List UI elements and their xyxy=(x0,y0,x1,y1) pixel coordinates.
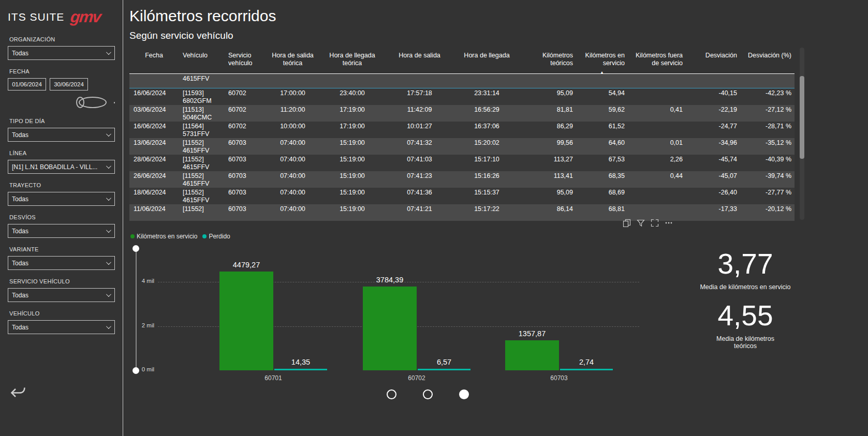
scrollbar-thumb[interactable] xyxy=(800,76,804,159)
column-header-desviacion_pct[interactable]: Desviación (%) xyxy=(740,52,795,74)
bar-value-label: 1357,87 xyxy=(495,329,569,338)
cell-vehiculo: [11564] 5731FFV xyxy=(179,122,224,138)
filter-label: ORGANIZACIÓN xyxy=(9,36,115,42)
chevron-down-icon xyxy=(106,196,111,201)
column-header-km_en_servicio[interactable]: Kilómetros en servicio▲ xyxy=(576,52,628,74)
app-logo: ITS SUITE gmv xyxy=(8,6,115,28)
cell-hora_llegada: 15:17:22 xyxy=(454,204,519,221)
kpi-cards: 3,77 Media de kilómetros en servicio 4,5… xyxy=(688,249,802,350)
bar-kilometros-en-servicio[interactable] xyxy=(219,272,273,370)
cell-hora_salida: 07:41:32 xyxy=(385,138,454,155)
cell-hora_salida_teorica xyxy=(266,74,320,88)
organizacion-select[interactable]: Todas xyxy=(8,46,115,60)
column-header-hora_salida[interactable]: Hora de salida xyxy=(385,52,454,74)
copy-icon[interactable] xyxy=(623,219,631,227)
column-header-servicio_vehiculo[interactable]: Servicio vehículo xyxy=(224,52,266,74)
chevron-down-icon xyxy=(106,260,111,265)
cell-fecha xyxy=(129,74,179,88)
focus-mode-icon[interactable] xyxy=(651,219,659,227)
bar-value-label: 3784,39 xyxy=(352,276,427,284)
vehiculo-select[interactable]: Todas xyxy=(8,320,115,334)
variante-select[interactable]: Todas xyxy=(8,256,115,270)
cell-fecha: 11/06/2024 xyxy=(129,204,179,221)
bar-perdido[interactable] xyxy=(274,369,327,370)
chevron-down-icon xyxy=(106,228,111,233)
filter-sidebar: ITS SUITE gmv ORGANIZACIÓN Todas FECHA T… xyxy=(0,0,123,436)
cell-desviacion_pct: -27,12 % xyxy=(740,105,795,122)
column-header-vehiculo[interactable]: Vehículo xyxy=(179,52,224,74)
column-header-hora_llegada_teorica[interactable]: Hora de llegada teórica xyxy=(320,52,385,74)
bar-perdido[interactable] xyxy=(560,369,613,370)
cell-desviacion_pct xyxy=(740,74,795,88)
cell-hora_salida_teorica: 07:40:00 xyxy=(266,138,320,155)
cell-hora_llegada_teorica: 17:19:00 xyxy=(320,105,385,122)
cell-km_teoricos: 95,09 xyxy=(519,88,576,105)
cell-hora_llegada xyxy=(454,74,519,88)
trayecto-select[interactable]: Todas xyxy=(8,192,115,206)
page-dot-3[interactable] xyxy=(459,389,469,399)
table-row[interactable]: 26/06/2024[11552] 4615FFV6070307:40:0015… xyxy=(129,171,795,188)
column-header-km_teoricos[interactable]: Kilómetros teóricos xyxy=(519,52,576,74)
bar-kilometros-en-servicio[interactable] xyxy=(363,287,417,370)
page-navigation xyxy=(387,389,469,399)
y-range-slider-track[interactable] xyxy=(136,249,137,370)
column-header-hora_salida_teorica[interactable]: Hora de salida teórica xyxy=(266,52,320,74)
servicio-vehiculo-select[interactable]: Todas xyxy=(8,288,115,302)
y-axis-tick-label: 4 mil xyxy=(134,278,154,284)
chevron-down-icon xyxy=(106,163,111,169)
cell-hora_llegada: 23:31:14 xyxy=(454,88,519,105)
bar-perdido[interactable] xyxy=(418,369,470,370)
cell-km_en_servicio: 61,52 xyxy=(576,122,628,138)
cell-vehiculo: [11552] 4615FFV xyxy=(179,188,224,204)
cell-servicio_vehiculo: 60702 xyxy=(224,88,266,105)
table-row[interactable]: 4615FFV xyxy=(129,74,795,88)
table-row[interactable]: 16/06/2024[11564] 5731FFV6070210:00:0017… xyxy=(129,122,795,138)
y-range-slider-min-handle[interactable] xyxy=(133,367,139,374)
filter-icon[interactable] xyxy=(637,219,645,227)
table-row[interactable]: 13/06/2024[11552] 4615FFV6070307:40:0015… xyxy=(129,138,795,155)
cell-fecha: 03/06/2024 xyxy=(129,105,179,122)
cell-desviacion_pct: -27,77 % xyxy=(740,188,795,204)
table-row[interactable]: 18/06/2024[11552] 4615FFV6070307:40:0015… xyxy=(129,188,795,204)
tipo-dia-select[interactable]: Todas xyxy=(8,128,115,142)
filter-label: VEHÍCULO xyxy=(9,310,115,317)
cell-km_teoricos: 99,56 xyxy=(519,138,576,155)
column-header-fecha[interactable]: Fecha xyxy=(129,52,179,74)
column-header-hora_llegada[interactable]: Hora de llegada xyxy=(454,52,519,74)
linea-select[interactable]: [N1] L.N1 BOBADILLA - VILL... xyxy=(8,160,115,174)
cell-km_fuera_servicio xyxy=(628,74,686,88)
table-header-row: FechaVehículoServicio vehículoHora de sa… xyxy=(129,46,795,74)
y-range-slider-max-handle[interactable] xyxy=(133,245,139,252)
more-options-icon[interactable] xyxy=(665,219,673,227)
table-row[interactable]: 11/06/2024[11552]6070307:40:0015:19:0007… xyxy=(129,204,795,221)
column-header-km_fuera_servicio[interactable]: Kilómetros fuera de servicio xyxy=(628,52,686,74)
column-header-desviacion[interactable]: Desviación xyxy=(686,52,740,74)
cell-vehiculo: [11552] xyxy=(179,204,224,221)
page-dot-2[interactable] xyxy=(423,389,433,399)
table-scrollbar[interactable] xyxy=(800,48,804,220)
slider-dot-icon xyxy=(114,102,115,103)
date-to-input[interactable] xyxy=(50,78,88,91)
filter-fecha: FECHA xyxy=(8,68,115,110)
kpi-value-media-km-servicio: 3,77 xyxy=(688,249,802,279)
filter-label: DESVÍOS xyxy=(9,214,115,220)
chevron-down-icon xyxy=(106,50,111,55)
table-row[interactable]: 28/06/2024[11552] 4615FFV6070307:40:0015… xyxy=(129,155,795,171)
cell-km_teoricos: 81,81 xyxy=(519,105,576,122)
date-from-input[interactable] xyxy=(8,78,46,91)
cell-km_en_servicio xyxy=(576,74,628,88)
table-body: 4615FFV16/06/2024[11593] 6802GFM6070217:… xyxy=(129,74,795,221)
back-button[interactable] xyxy=(9,385,26,402)
chevron-down-icon xyxy=(106,292,111,297)
page-dot-1[interactable] xyxy=(387,389,396,399)
cell-km_en_servicio: 68,69 xyxy=(576,188,628,204)
bar-kilometros-en-servicio[interactable] xyxy=(505,340,559,370)
table-row[interactable]: 16/06/2024[11593] 6802GFM6070217:00:0023… xyxy=(129,88,795,105)
cell-hora_salida_teorica: 17:00:00 xyxy=(266,88,320,105)
bar-value-label: 14,35 xyxy=(274,358,327,366)
sidebar-divider xyxy=(123,0,123,436)
cell-hora_llegada: 16:56:29 xyxy=(454,105,519,122)
date-slider-toggle[interactable] xyxy=(76,95,115,110)
desvios-select[interactable]: Todas xyxy=(8,224,115,238)
table-row[interactable]: 03/06/2024[11513] 5046CMC6070211:20:0017… xyxy=(129,105,795,122)
